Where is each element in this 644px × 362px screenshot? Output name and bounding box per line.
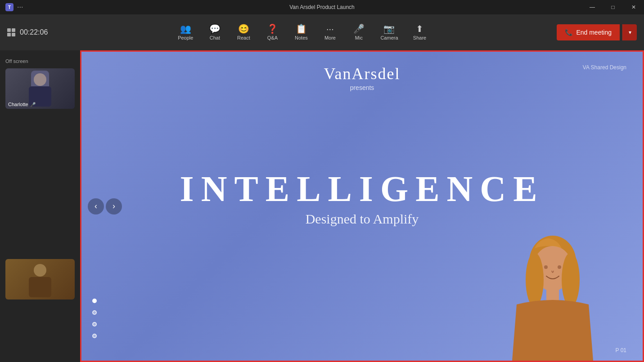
slide-next-icon: ›: [113, 201, 115, 211]
window-controls: — □ ✕: [582, 0, 644, 14]
slide-brand: VanArsdel presents: [324, 64, 401, 91]
end-meeting-label: End meeting: [576, 29, 612, 36]
svg-point-11: [558, 265, 561, 269]
sidebar: Off screen Charlotte 🎤: [0, 50, 80, 362]
presenter-person-svg: [490, 235, 616, 361]
svg-point-3: [34, 264, 46, 277]
end-meeting-button[interactable]: 📞 End meeting: [557, 24, 620, 40]
presentation-area: ‹ › VanArsdel presents VA Shared Design …: [80, 50, 644, 362]
react-icon: 😊: [238, 24, 249, 33]
toolbar: 00:22:06 👥 People 💬 Chat 😊 React ❓ Q&A 📋…: [0, 14, 644, 50]
slide-subheading: Designed to Amplify: [180, 211, 545, 226]
more-icon: ···: [326, 24, 334, 33]
svg-rect-4: [29, 277, 51, 297]
minimize-button[interactable]: —: [582, 0, 603, 14]
slide-dot-3[interactable]: [92, 322, 97, 326]
maximize-button[interactable]: □: [603, 0, 623, 14]
camera-button[interactable]: 📷 Camera: [374, 21, 404, 44]
svg-point-7: [526, 253, 544, 307]
share-icon: ⬆: [416, 24, 423, 33]
titlebar-dots-menu[interactable]: ···: [17, 3, 23, 11]
svg-rect-9: [546, 288, 559, 301]
share-label: Share: [413, 35, 426, 40]
share-button[interactable]: ⬆ Share: [406, 21, 433, 44]
slide-dots: [92, 299, 97, 338]
slide-prev-button[interactable]: ‹: [88, 198, 104, 215]
participant-2-video-bg: [5, 259, 75, 299]
grid-view-toggle[interactable]: [7, 28, 15, 36]
svg-point-10: [544, 265, 548, 269]
slide-dot-1[interactable]: [92, 299, 97, 303]
close-button[interactable]: ✕: [623, 0, 644, 14]
slide-brand-presents: presents: [324, 84, 401, 91]
notes-button[interactable]: 📋 Notes: [288, 21, 315, 44]
more-label: More: [324, 35, 336, 40]
slide-dot-4[interactable]: [92, 334, 97, 338]
participant-2-silhouette: [22, 261, 58, 297]
qa-icon: ❓: [267, 24, 278, 33]
slide-person-image: [490, 235, 616, 361]
teams-logo-text: T: [8, 5, 11, 10]
mic-icon: 🎤: [353, 24, 365, 33]
toolbar-center: 👥 People 💬 Chat 😊 React ❓ Q&A 📋 Notes ··…: [171, 21, 433, 44]
mic-button[interactable]: 🎤 Mic: [345, 21, 372, 44]
notes-label: Notes: [295, 35, 308, 40]
slide-brand-name: VanArsdel: [324, 64, 401, 83]
grid-icon: [7, 28, 15, 36]
mic-label: Mic: [355, 35, 363, 40]
end-meeting-dropdown-button[interactable]: ▾: [622, 24, 637, 40]
svg-point-8: [562, 253, 580, 307]
participant-charlotte-thumb[interactable]: Charlotte 🎤: [5, 68, 75, 109]
people-button[interactable]: 👥 People: [171, 21, 199, 44]
chevron-down-icon: ▾: [629, 29, 631, 36]
notes-icon: 📋: [296, 24, 307, 33]
svg-point-1: [34, 73, 46, 86]
slide-prev-icon: ‹: [95, 201, 97, 211]
charlotte-name-tag: Charlotte 🎤: [8, 102, 36, 107]
qa-button[interactable]: ❓ Q&A: [259, 21, 286, 44]
react-label: React: [237, 35, 250, 40]
chat-button[interactable]: 💬 Chat: [201, 21, 228, 44]
toolbar-right: 📞 End meeting ▾: [557, 24, 637, 40]
titlebar: T ··· Van Arsdel Product Launch — □ ✕: [0, 0, 644, 14]
off-screen-label: Off screen: [0, 56, 80, 67]
react-button[interactable]: 😊 React: [230, 21, 257, 44]
slide-next-button[interactable]: ›: [106, 198, 122, 215]
chat-label: Chat: [210, 35, 220, 40]
slide-page-number: P 01: [616, 347, 626, 353]
camera-label: Camera: [380, 35, 398, 40]
teams-app-icon: T: [5, 3, 14, 11]
slide-dot-2[interactable]: [92, 310, 97, 315]
chat-icon: 💬: [209, 24, 221, 33]
charlotte-mic-off-icon: 🎤: [30, 102, 36, 107]
charlotte-silhouette: [22, 71, 58, 107]
slide-va-label: VA Shared Design: [583, 64, 626, 71]
people-label: People: [178, 35, 193, 40]
participant-2-thumb[interactable]: [5, 259, 75, 299]
more-button[interactable]: ··· More: [316, 21, 343, 44]
camera-icon: 📷: [383, 24, 395, 33]
end-phone-icon: 📞: [565, 29, 572, 36]
slide-heading: INTELLIGENCE: [180, 168, 545, 209]
slide-main-text: INTELLIGENCE Designed to Amplify: [180, 168, 545, 226]
toolbar-left: 00:22:06: [7, 28, 48, 36]
main-content: Off screen Charlotte 🎤: [0, 50, 644, 362]
meeting-timer: 00:22:06: [20, 28, 48, 36]
meeting-title: Van Arsdel Product Launch: [289, 4, 355, 10]
people-icon: 👥: [180, 24, 191, 33]
qa-label: Q&A: [267, 35, 278, 40]
